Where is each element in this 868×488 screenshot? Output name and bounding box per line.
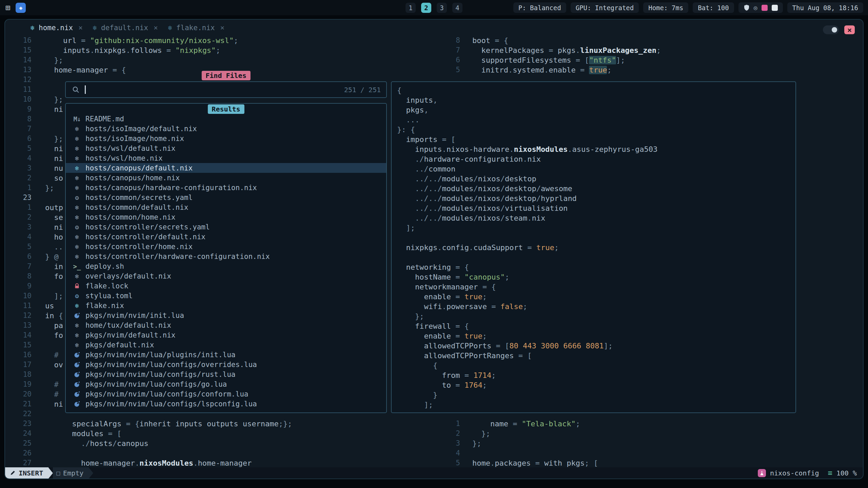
lua-icon [73, 312, 81, 319]
result-item[interactable]: flake.lock [66, 281, 386, 291]
preview-code-line: hostName = "canopus"; [397, 272, 795, 282]
nix-icon: ❄ [93, 24, 97, 32]
result-filename: hosts/canopus/default.nix [85, 164, 193, 172]
preview-code-line: imports = [ [397, 135, 795, 144]
nix-icon: ❄ [31, 24, 35, 32]
result-item[interactable]: ❄hosts/controller/home.nix [66, 242, 386, 251]
result-item[interactable]: ❄flake.nix [66, 301, 386, 310]
right-editor-pane-top[interactable]: 8boot = {7 kernelPackages = pkgs.linuxPa… [426, 36, 862, 75]
powerline-separator [89, 468, 93, 479]
shield-icon[interactable] [744, 4, 750, 11]
tab-flake.nix[interactable]: ❄flake.nix× [168, 24, 225, 32]
result-item[interactable]: M↓README.md [66, 114, 386, 124]
lua-icon [73, 352, 81, 358]
workspace-app-icon[interactable]: ◈ [16, 3, 26, 13]
result-item[interactable]: ❄overlays/default.nix [66, 271, 386, 281]
tab-home.nix[interactable]: ❄home.nix× [31, 24, 83, 32]
line-number: 7 [5, 124, 32, 134]
line-number: 5 [5, 144, 32, 154]
result-item[interactable]: ❄hosts/wsl/home.nix [66, 153, 386, 163]
project-name: nixos-config [770, 469, 819, 477]
result-item[interactable]: ❄hosts/canopus/home.nix [66, 173, 386, 183]
nix-icon: ❄ [73, 145, 81, 152]
result-item[interactable]: pkgs/nvim/nvim/lua/configs/go.lua [66, 379, 386, 389]
pencil-icon [10, 470, 16, 476]
result-item[interactable]: ❄hosts/isoImage/default.nix [66, 124, 386, 134]
nix-icon: ❄ [73, 214, 81, 221]
line-number: 10 [5, 291, 32, 301]
preview-code-line: ../../modules/nixos/desktop/hyprland [397, 194, 795, 203]
result-item[interactable]: pkgs/nvim/nvim/lua/plugins/init.lua [66, 350, 386, 360]
workspace-switcher: 1234 [406, 3, 462, 13]
top-status-bar: ⊞ ◈ 1234 P: Balanced GPU: Integrated Hom… [0, 0, 868, 15]
preview-code-line: networkmanager = { [397, 282, 795, 292]
result-item[interactable]: ⚙hosts/common/secrets.yaml [66, 192, 386, 202]
line-number: 5 [426, 65, 460, 75]
workspace-2[interactable]: 2 [421, 3, 431, 13]
line-number: 11 [5, 301, 32, 311]
preview-code-line: ... [397, 115, 795, 125]
right-editor-pane-bottom[interactable]: 1 name = "Tela-black";2 };3};45home.pack… [426, 419, 862, 468]
result-filename: pkgs/nvim/nvim/lua/configs/go.lua [85, 380, 227, 388]
result-item[interactable]: ❄hosts/canopus/hardware-configuration.ni… [66, 183, 386, 192]
result-item[interactable]: ❄hosts/controller/default.nix [66, 232, 386, 242]
result-item[interactable]: pkgs/nvim/nvim/lua/configs/rust.lua [66, 369, 386, 379]
line-number: 4 [426, 448, 460, 458]
tray-white-icon[interactable] [772, 5, 778, 11]
close-window-button[interactable]: × [844, 25, 855, 34]
nix-icon: ❄ [73, 135, 81, 142]
result-item[interactable]: ❄hosts/controller/hardware-configuration… [66, 251, 386, 261]
preview-code-line: } [397, 390, 795, 400]
result-item[interactable]: pkgs/nvim/nvim/init.lua [66, 310, 386, 320]
result-item[interactable]: ❄hosts/canopus/default.nix [66, 163, 386, 173]
code-line: 26 [5, 448, 456, 458]
result-item[interactable]: ❄hosts/wsl/default.nix [66, 143, 386, 153]
result-filename: deploy.sh [85, 262, 124, 270]
preview-code-line: ../common [397, 164, 795, 174]
toggle-icon[interactable] [823, 25, 839, 34]
result-item[interactable]: ❄home/tux/default.nix [66, 320, 386, 330]
code-line: 14 }; [5, 55, 456, 65]
result-item[interactable]: ⚙hosts/controller/secrets.yaml [66, 222, 386, 232]
tab-label: flake.nix [176, 24, 215, 32]
statusline: INSERT □ Empty nixos-config ≡ 100 % [5, 467, 863, 479]
result-item[interactable]: ❄pkgs/nvim/default.nix [66, 330, 386, 340]
line-number: 14 [5, 330, 32, 340]
workspace-4[interactable]: 4 [452, 3, 462, 13]
notification-icon[interactable]: ◎ [754, 5, 757, 11]
result-filename: hosts/isoImage/home.nix [85, 135, 184, 143]
line-number: 25 [5, 439, 32, 448]
result-item[interactable]: >_deploy.sh [66, 261, 386, 271]
close-tab-icon[interactable]: × [220, 24, 224, 32]
line-number: 17 [5, 360, 32, 370]
result-item[interactable]: pkgs/nvim/nvim/lua/configs/lspconfig.lua [66, 399, 386, 409]
result-filename: pkgs/nvim/nvim/lua/configs/conform.lua [85, 390, 248, 398]
result-filename: hosts/controller/default.nix [85, 233, 205, 241]
tab-default.nix[interactable]: ❄default.nix× [93, 24, 158, 32]
close-tab-icon[interactable]: × [78, 24, 83, 32]
line-number: 6 [426, 55, 460, 65]
result-item[interactable]: ❄hosts/common/home.nix [66, 212, 386, 222]
close-tab-icon[interactable]: × [154, 24, 158, 32]
line-number: 23 [5, 193, 32, 203]
code-line: 25 ./hosts/canopus [5, 439, 456, 448]
result-item[interactable]: pkgs/nvim/nvim/lua/configs/overrides.lua [66, 360, 386, 369]
tray-pink-icon[interactable] [762, 5, 768, 11]
result-item[interactable]: ❄hosts/isoImage/home.nix [66, 134, 386, 143]
result-filename: stylua.toml [85, 292, 133, 300]
line-number: 26 [5, 448, 32, 458]
workspace-3[interactable]: 3 [437, 3, 447, 13]
line-number: 2 [426, 429, 460, 439]
nix-icon: ❄ [73, 272, 81, 280]
result-item[interactable]: pkgs/nvim/nvim/lua/configs/conform.lua [66, 389, 386, 399]
preview-code-line: }; [397, 311, 795, 321]
code-line: 7 kernelPackages = pkgs.linuxPackages_ze… [426, 45, 862, 55]
find-files-prompt[interactable]: Find Files 251 / 251 [65, 81, 387, 98]
app-launcher-icon[interactable]: ⊞ [5, 4, 10, 12]
nix-icon: ❄ [73, 341, 81, 349]
result-item[interactable]: ⚙stylua.toml [66, 291, 386, 301]
result-item[interactable]: ❄hosts/common/default.nix [66, 202, 386, 212]
line-number: 1 [5, 203, 32, 212]
result-item[interactable]: ❄pkgs/default.nix [66, 340, 386, 350]
workspace-1[interactable]: 1 [406, 3, 416, 13]
